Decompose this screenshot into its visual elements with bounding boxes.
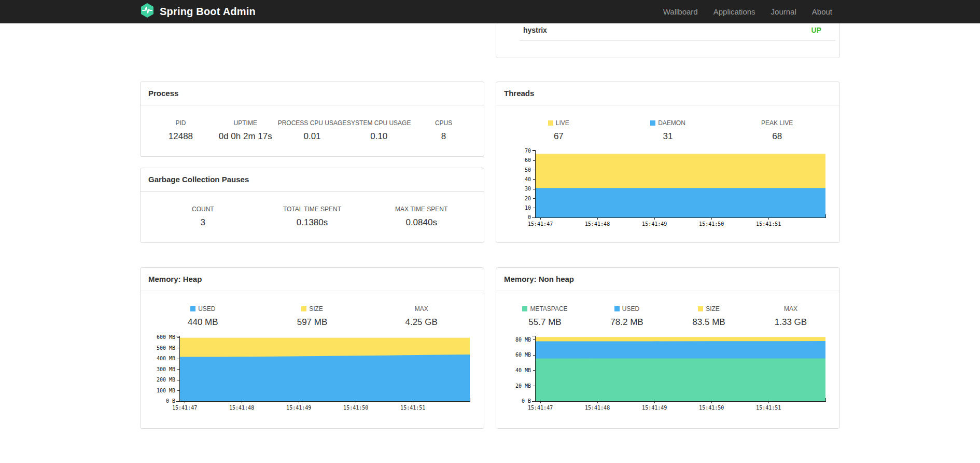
gc-panel: Garbage Collection Pauses COUNT3TOTAL TI…	[140, 168, 484, 243]
metric-label: TOTAL TIME SPENT	[258, 206, 367, 213]
metric-value: 597 MB	[258, 317, 367, 328]
metric-uptime: UPTIME0d 0h 2m 17s	[213, 119, 278, 142]
y-tick-label: 400 MB	[157, 356, 175, 361]
metric-value: 68	[722, 131, 832, 142]
nav-item-about[interactable]: About	[804, 7, 840, 16]
metric-label: PEAK LIVE	[722, 119, 832, 127]
page-content: hystrix UP Process PID12488UPTIME0d 0h 2…	[140, 23, 840, 463]
x-tick-label: 15:41:51	[756, 405, 781, 411]
metric-label: COUNT	[148, 206, 258, 213]
metric-label: PID	[148, 119, 213, 127]
metric-label: LIVE	[504, 119, 613, 127]
threads-legend: LIVE67DAEMON31PEAK LIVE68	[496, 105, 839, 142]
metric-label: DAEMON	[613, 119, 723, 127]
x-tick-label: 15:41:47	[528, 221, 553, 227]
threads-chart-svg: 01020304050607015:41:4715:41:4815:41:491…	[504, 147, 832, 231]
y-tick-label: 60 MB	[515, 352, 531, 358]
metric-label-text: USED	[198, 305, 215, 312]
metric-label-text: MAX TIME SPENT	[395, 206, 447, 213]
metric-value: 0.10	[346, 131, 411, 142]
yellow-legend-swatch-icon	[698, 306, 703, 311]
x-tick-label: 15:41:47	[528, 405, 553, 411]
memory-row: Memory: Heap USED440 MBSIZE597 MBMAX4.25…	[140, 267, 840, 429]
process-panel: Process PID12488UPTIME0d 0h 2m 17sPROCES…	[140, 81, 484, 157]
memory-nonheap-legend: METASPACE55.7 MBUSED78.2 MBSIZE83.5 MBMA…	[496, 291, 839, 328]
health-panel-spacer	[496, 41, 839, 58]
metric-label-text: UPTIME	[234, 119, 257, 127]
metric-value: 0.1380s	[258, 217, 367, 228]
y-tick-label: 500 MB	[157, 345, 175, 351]
y-tick-label: 100 MB	[157, 388, 175, 393]
main-row: Process PID12488UPTIME0d 0h 2m 17sPROCES…	[140, 81, 840, 243]
metric-value: 83.5 MB	[668, 317, 750, 328]
memory-nonheap-panel-title: Memory: Non heap	[504, 275, 574, 283]
memory-heap-legend: USED440 MBSIZE597 MBMAX4.25 GB	[141, 291, 484, 328]
y-tick-label: 80 MB	[515, 337, 531, 343]
metric-label-text: SYSTEM CPU USAGE	[347, 119, 411, 127]
metric-label: SIZE	[258, 305, 367, 312]
nav-item-journal[interactable]: Journal	[763, 7, 804, 16]
metric-label: PROCESS CPU USAGE	[278, 119, 347, 127]
metric-label-text: METASPACE	[530, 305, 567, 312]
metric-value: 3	[148, 217, 258, 228]
metric-label: MAX	[750, 305, 832, 312]
nav-menu: WallboardApplicationsJournalAbout	[655, 7, 840, 16]
x-tick-label: 15:41:48	[585, 405, 610, 411]
metric-value: 12488	[148, 131, 213, 142]
memory-heap-panel-heading: Memory: Heap	[141, 268, 484, 291]
metric-value: 0d 0h 2m 17s	[213, 131, 278, 142]
metric-metaspace: METASPACE55.7 MB	[504, 305, 586, 328]
metric-label-text: PID	[175, 119, 186, 127]
yellow-legend-swatch-icon	[548, 120, 553, 126]
metric-value: 440 MB	[148, 317, 258, 328]
x-tick-label: 15:41:49	[642, 221, 667, 227]
x-tick-label: 15:41:50	[699, 221, 724, 227]
spring-boot-admin-logo-icon	[140, 3, 155, 20]
metric-size: SIZE597 MB	[258, 305, 367, 328]
metric-value: 4.25 GB	[367, 317, 476, 328]
memory-heap-chart-svg: 0 B100 MB200 MB300 MB400 MB500 MB600 MB1…	[148, 333, 476, 415]
y-tick-label: 0 B	[522, 398, 531, 404]
x-tick-label: 15:41:51	[756, 221, 781, 227]
metric-label: USED	[586, 305, 668, 312]
metric-label: SIZE	[668, 305, 750, 312]
blue-legend-swatch-icon	[614, 306, 620, 311]
brand-link[interactable]: Spring Boot Admin	[140, 3, 256, 20]
blue-legend-swatch-icon	[190, 306, 195, 311]
y-tick-label: 60	[525, 157, 531, 163]
metric-label-text: MAX	[784, 305, 797, 312]
memory-heap-chart: 0 B100 MB200 MB300 MB400 MB500 MB600 MB1…	[148, 333, 476, 415]
gc-metrics: COUNT3TOTAL TIME SPENT0.1380sMAX TIME SP…	[141, 192, 484, 228]
threads-panel: Threads LIVE67DAEMON31PEAK LIVE68 010203…	[496, 81, 840, 243]
y-tick-label: 20 MB	[515, 383, 531, 389]
metric-value: 67	[504, 131, 613, 142]
metric-size: SIZE83.5 MB	[668, 305, 750, 328]
y-tick-label: 20	[525, 196, 531, 201]
x-tick-label: 15:41:48	[229, 405, 254, 411]
metric-value: 8	[411, 131, 476, 142]
threads-chart: 01020304050607015:41:4715:41:4815:41:491…	[504, 147, 832, 231]
nav-item-applications[interactable]: Applications	[706, 7, 763, 16]
metric-count: COUNT3	[148, 206, 258, 228]
nav-item-wrap: Applications	[706, 7, 763, 16]
metric-label: USED	[148, 305, 258, 312]
health-status-badge: UP	[811, 26, 821, 34]
metric-value: 0.0840s	[367, 217, 476, 228]
threads-panel-title: Threads	[504, 89, 534, 98]
nav-item-wallboard[interactable]: Wallboard	[655, 7, 706, 16]
metric-label-text: LIVE	[556, 119, 569, 127]
y-tick-label: 40 MB	[515, 367, 531, 373]
memory-nonheap-panel-heading: Memory: Non heap	[496, 268, 839, 291]
y-axis	[532, 336, 535, 401]
metric-daemon: DAEMON31	[613, 119, 723, 142]
metric-system-cpu-usage: SYSTEM CPU USAGE0.10	[346, 119, 411, 142]
metric-max: MAX4.25 GB	[367, 305, 476, 328]
metric-label-text: PROCESS CPU USAGE	[278, 119, 347, 127]
metric-label-text: USED	[622, 305, 639, 312]
metric-label-text: PEAK LIVE	[761, 119, 793, 127]
metric-label-text: MAX	[415, 305, 428, 312]
metric-label: UPTIME	[213, 119, 278, 127]
metric-used: USED78.2 MB	[586, 305, 668, 328]
y-tick-label: 10	[525, 205, 531, 211]
process-panel-title: Process	[148, 89, 178, 98]
